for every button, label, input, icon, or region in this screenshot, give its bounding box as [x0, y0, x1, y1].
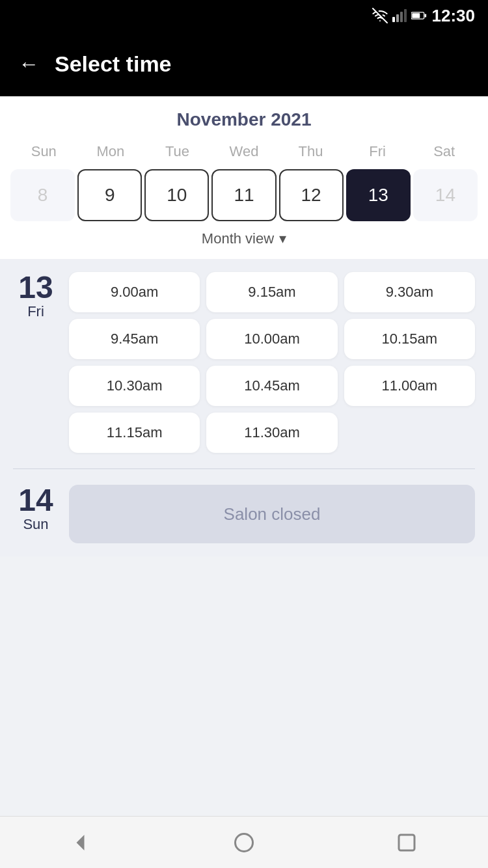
divider	[13, 468, 475, 469]
day-cell-12[interactable]: 12	[279, 169, 344, 221]
salon-closed-text: Salon closed	[224, 504, 321, 524]
closed-block-14: 14 Sun Salon closed	[13, 485, 475, 543]
day-block-13: 13 Fri 9.00am9.15am9.30am9.45am10.00am10…	[13, 272, 475, 453]
day-label-14: 14 Sun	[13, 485, 59, 533]
day-cell-10[interactable]: 10	[144, 169, 209, 221]
slot-btn-945am[interactable]: 9.45am	[69, 319, 200, 359]
slot-btn-930am[interactable]: 9.30am	[344, 272, 475, 312]
wifi-icon	[372, 8, 388, 23]
svg-rect-6	[424, 14, 426, 17]
weekday-mon: Mon	[77, 141, 144, 163]
slot-btn-1015am[interactable]: 10.15am	[344, 319, 475, 359]
day-number-14: 14	[13, 485, 59, 516]
day-cell-11[interactable]: 11	[211, 169, 276, 221]
day-cell-13[interactable]: 13	[346, 169, 411, 221]
home-circle-icon	[232, 831, 256, 854]
day-number-13: 13	[13, 272, 59, 303]
slot-btn-1115am[interactable]: 11.15am	[69, 413, 200, 453]
back-button[interactable]: ←	[18, 53, 39, 74]
month-view-toggle[interactable]: Month view ▾	[10, 221, 478, 251]
slots-section: 13 Fri 9.00am9.15am9.30am9.45am10.00am10…	[0, 259, 488, 556]
slot-btn-915am[interactable]: 9.15am	[206, 272, 337, 312]
weekday-sat: Sat	[411, 141, 478, 163]
slot-btn-1045am[interactable]: 10.45am	[206, 366, 337, 406]
slots-grid-13: 9.00am9.15am9.30am9.45am10.00am10.15am10…	[69, 272, 475, 453]
chevron-down-icon: ▾	[279, 230, 286, 247]
status-time: 12:30	[432, 6, 476, 26]
status-bar: 12:30	[0, 0, 488, 31]
svg-rect-5	[412, 13, 420, 18]
weekday-tue: Tue	[144, 141, 211, 163]
day-name-14: Sun	[13, 516, 59, 533]
svg-rect-2	[400, 12, 403, 22]
weekday-fri: Fri	[344, 141, 411, 163]
weekday-thu: Thu	[277, 141, 344, 163]
days-row[interactable]: 891011121314	[10, 169, 478, 221]
weekday-wed: Wed	[211, 141, 278, 163]
bottom-nav	[0, 816, 488, 868]
signal-icon	[392, 8, 407, 23]
svg-rect-0	[392, 17, 395, 22]
svg-rect-3	[404, 9, 407, 22]
status-icons	[372, 8, 427, 23]
calendar-section: November 2021 SunMonTueWedThuFriSat 8910…	[0, 96, 488, 259]
weekday-sun: Sun	[10, 141, 77, 163]
recent-square-icon	[395, 831, 418, 854]
battery-icon	[411, 8, 427, 23]
slot-btn-1130am[interactable]: 11.30am	[206, 413, 337, 453]
recent-nav-button[interactable]	[387, 823, 426, 862]
day-label-13: 13 Fri	[13, 272, 59, 453]
svg-marker-7	[77, 835, 85, 850]
slot-btn-900am[interactable]: 9.00am	[69, 272, 200, 312]
slot-btn-1030am[interactable]: 10.30am	[69, 366, 200, 406]
salon-closed-box: Salon closed	[69, 485, 475, 543]
day-cell-9[interactable]: 9	[77, 169, 142, 221]
home-nav-button[interactable]	[224, 823, 264, 862]
svg-rect-1	[396, 14, 399, 22]
back-nav-button[interactable]	[62, 823, 101, 862]
page-title: Select time	[55, 51, 172, 77]
day-cell-14: 14	[413, 169, 478, 221]
svg-rect-9	[399, 835, 414, 850]
month-view-label: Month view	[202, 230, 274, 247]
app-header: ← Select time	[0, 31, 488, 96]
svg-point-8	[236, 834, 253, 851]
day-cell-8: 8	[10, 169, 75, 221]
month-year-title: November 2021	[10, 109, 478, 130]
slot-btn-1000am[interactable]: 10.00am	[206, 319, 337, 359]
slot-btn-1100am[interactable]: 11.00am	[344, 366, 475, 406]
back-triangle-icon	[70, 831, 93, 854]
weekdays-row: SunMonTueWedThuFriSat	[10, 141, 478, 163]
day-name-13: Fri	[13, 303, 59, 320]
